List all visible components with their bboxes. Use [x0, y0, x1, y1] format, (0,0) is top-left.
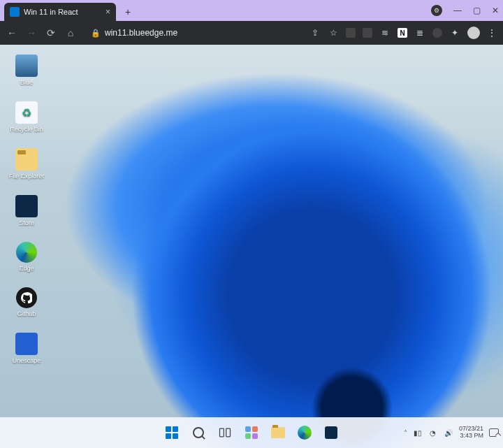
list-ext-icon[interactable]: ≣	[414, 27, 425, 38]
address-url: win11.blueedge.me	[105, 28, 177, 38]
nav-back-button[interactable]: ←	[6, 27, 18, 39]
desktop-icon-store[interactable]: Store	[7, 195, 46, 226]
file-explorer-icon	[15, 148, 38, 171]
widgets-button[interactable]	[241, 422, 262, 443]
tab-close-button[interactable]: ×	[105, 7, 110, 17]
browser-menu-button[interactable]: ⋮	[487, 27, 497, 38]
wifi-icon[interactable]: ◔	[428, 428, 438, 438]
widgets-icon	[245, 426, 258, 439]
window-minimize-button[interactable]: —	[453, 6, 462, 15]
desktop-icon-file-explorer[interactable]: File Explorer	[7, 148, 46, 180]
taskview-button[interactable]	[214, 422, 235, 443]
desktop-icon-label: Recycle Bin	[10, 126, 43, 133]
desktop-icon-label: Edge	[19, 265, 34, 272]
system-tray: ˄ ▮▯ ◔ 🔊 07/23/21 3:43 PM	[404, 417, 499, 448]
nav-home-button[interactable]: ⌂	[64, 27, 77, 39]
show-hidden-icons-button[interactable]: ˄	[404, 429, 407, 437]
win11-desktop[interactable]: Blue ♻ Recycle Bin File Explorer Store E…	[0, 45, 503, 448]
host-browser-window: Win 11 in React × + ⚙ — ▢ ✕ ← → ⟳ ⌂ 🔒 wi…	[0, 0, 503, 448]
notion-ext-icon[interactable]: N	[398, 28, 407, 38]
win11-taskbar: ˄ ▮▯ ◔ 🔊 07/23/21 3:43 PM	[0, 417, 503, 448]
unescape-icon	[15, 333, 38, 355]
gear-icon[interactable]: ⚙	[431, 5, 442, 16]
desktop-icon-grid: Blue ♻ Recycle Bin File Explorer Store E…	[7, 55, 46, 364]
new-tab-button[interactable]: +	[120, 4, 136, 20]
this-pc-icon	[15, 55, 38, 77]
tab-title: Win 11 in React	[24, 8, 78, 16]
desktop-icon-recycle-bin[interactable]: ♻ Recycle Bin	[7, 101, 46, 133]
host-window-controls: ⚙ — ▢ ✕	[431, 0, 499, 21]
store-icon	[325, 426, 337, 439]
start-button[interactable]	[161, 422, 182, 443]
tray-time: 3:43 PM	[460, 433, 483, 440]
lock-icon: 🔒	[91, 29, 101, 38]
host-tab-active[interactable]: Win 11 in React ×	[4, 3, 116, 21]
edge-icon	[298, 426, 312, 440]
desktop-icon-github[interactable]: Github	[7, 287, 46, 317]
desktop-icon-label: Github	[17, 310, 36, 317]
window-close-button[interactable]: ✕	[492, 6, 499, 15]
desktop-icon-label: Store	[19, 219, 34, 226]
taskbar-file-explorer[interactable]	[268, 422, 289, 443]
svg-rect-1	[226, 428, 231, 437]
desktop-icon-label: File Explorer	[9, 173, 45, 180]
desktop-icon-label: Blue	[20, 79, 33, 86]
store-icon	[15, 195, 38, 217]
taskbar-edge[interactable]	[294, 422, 315, 443]
desktop-icon-unescape[interactable]: Unescape	[7, 333, 46, 364]
github-icon	[16, 287, 37, 308]
shield-ext-icon[interactable]	[432, 28, 442, 38]
taskbar-store[interactable]	[321, 422, 342, 443]
tray-datetime[interactable]: 07/23/21 3:43 PM	[459, 426, 483, 440]
extension-icons: ⇪ ☆ ≋ N ≣ ✦ ⋮	[309, 27, 497, 39]
profile-avatar[interactable]	[467, 27, 480, 39]
recycle-bin-icon: ♻	[15, 101, 38, 124]
share-icon[interactable]: ⇪	[309, 27, 321, 38]
notifications-button[interactable]	[489, 428, 499, 437]
desktop-icon-edge[interactable]: Edge	[7, 242, 46, 272]
tab-favicon-icon	[10, 7, 20, 17]
taskbar-search-button[interactable]	[188, 422, 209, 443]
nav-forward-button[interactable]: →	[25, 27, 38, 39]
puzzle-ext-icon[interactable]: ✦	[449, 27, 460, 38]
wifi-ext-icon[interactable]: ≋	[379, 27, 391, 38]
file-explorer-icon	[271, 427, 285, 438]
svg-rect-0	[220, 428, 224, 437]
ext-icon-1[interactable]	[346, 28, 356, 38]
volume-icon[interactable]: 🔊	[444, 428, 453, 438]
desktop-icon-blue[interactable]: Blue	[7, 55, 46, 86]
host-toolbar: ← → ⟳ ⌂ 🔒 win11.blueedge.me ⇪ ☆ ≋ N ≣ ✦ …	[0, 21, 503, 45]
nav-reload-button[interactable]: ⟳	[45, 27, 57, 39]
taskview-icon	[218, 426, 232, 440]
star-icon[interactable]: ☆	[328, 27, 339, 38]
wallpaper-bloom	[0, 45, 503, 448]
window-maximize-button[interactable]: ▢	[473, 6, 481, 15]
edge-icon	[16, 242, 37, 263]
desktop-icon-label: Unescape	[13, 357, 41, 364]
taskbar-center	[161, 422, 342, 443]
start-icon	[166, 426, 178, 439]
search-icon	[193, 427, 204, 438]
host-tabstrip: Win 11 in React × + ⚙ — ▢ ✕	[0, 0, 503, 21]
ext-icon-2[interactable]	[363, 28, 372, 38]
battery-icon[interactable]: ▮▯	[413, 428, 423, 438]
address-bar[interactable]: 🔒 win11.blueedge.me	[84, 25, 184, 41]
